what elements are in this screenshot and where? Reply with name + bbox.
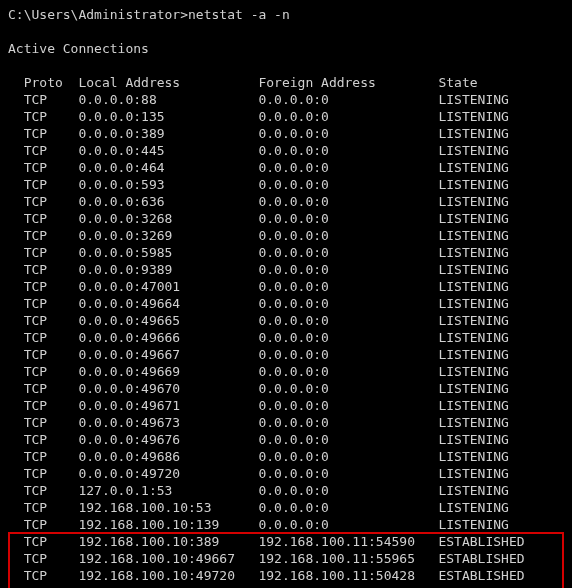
command-prompt-line: C:\Users\Administrator>netstat -a -n [8, 6, 564, 23]
table-row: TCP 0.0.0.0:9389 0.0.0.0:0 LISTENING [8, 261, 564, 278]
table-row: TCP 0.0.0.0:49666 0.0.0.0:0 LISTENING [8, 329, 564, 346]
command-text: netstat -a -n [188, 7, 290, 22]
table-row: TCP 0.0.0.0:389 0.0.0.0:0 LISTENING [8, 125, 564, 142]
table-row: TCP 0.0.0.0:49670 0.0.0.0:0 LISTENING [8, 380, 564, 397]
table-row: TCP 0.0.0.0:49669 0.0.0.0:0 LISTENING [8, 363, 564, 380]
table-row: TCP 192.168.100.10:64231 192.168.100.11:… [8, 584, 564, 588]
table-row: TCP 0.0.0.0:49720 0.0.0.0:0 LISTENING [8, 465, 564, 482]
table-row: TCP 0.0.0.0:445 0.0.0.0:0 LISTENING [8, 142, 564, 159]
table-row: TCP 0.0.0.0:49665 0.0.0.0:0 LISTENING [8, 312, 564, 329]
table-row: TCP 0.0.0.0:135 0.0.0.0:0 LISTENING [8, 108, 564, 125]
table-row: TCP 192.168.100.10:139 0.0.0.0:0 LISTENI… [8, 516, 564, 533]
table-row: TCP 0.0.0.0:49667 0.0.0.0:0 LISTENING [8, 346, 564, 363]
table-row: TCP 0.0.0.0:49686 0.0.0.0:0 LISTENING [8, 448, 564, 465]
table-body: TCP 0.0.0.0:88 0.0.0.0:0 LISTENING TCP 0… [8, 91, 564, 588]
section-title: Active Connections [8, 40, 564, 57]
blank-line [8, 57, 564, 74]
table-row: TCP 0.0.0.0:636 0.0.0.0:0 LISTENING [8, 193, 564, 210]
table-row: TCP 192.168.100.10:53 0.0.0.0:0 LISTENIN… [8, 499, 564, 516]
table-row: TCP 192.168.100.10:389 192.168.100.11:54… [8, 533, 564, 550]
table-row: TCP 0.0.0.0:47001 0.0.0.0:0 LISTENING [8, 278, 564, 295]
table-row: TCP 0.0.0.0:464 0.0.0.0:0 LISTENING [8, 159, 564, 176]
table-row: TCP 0.0.0.0:3268 0.0.0.0:0 LISTENING [8, 210, 564, 227]
table-row: TCP 0.0.0.0:49676 0.0.0.0:0 LISTENING [8, 431, 564, 448]
table-row: TCP 192.168.100.10:49720 192.168.100.11:… [8, 567, 564, 584]
table-row: TCP 0.0.0.0:88 0.0.0.0:0 LISTENING [8, 91, 564, 108]
table-row: TCP 127.0.0.1:53 0.0.0.0:0 LISTENING [8, 482, 564, 499]
table-row: TCP 0.0.0.0:49664 0.0.0.0:0 LISTENING [8, 295, 564, 312]
table-row: TCP 0.0.0.0:593 0.0.0.0:0 LISTENING [8, 176, 564, 193]
table-row: TCP 0.0.0.0:5985 0.0.0.0:0 LISTENING [8, 244, 564, 261]
table-row: TCP 0.0.0.0:49673 0.0.0.0:0 LISTENING [8, 414, 564, 431]
table-row: TCP 0.0.0.0:3269 0.0.0.0:0 LISTENING [8, 227, 564, 244]
table-header: Proto Local Address Foreign Address Stat… [8, 74, 564, 91]
table-row: TCP 0.0.0.0:49671 0.0.0.0:0 LISTENING [8, 397, 564, 414]
table-row: TCP 192.168.100.10:49667 192.168.100.11:… [8, 550, 564, 567]
blank-line [8, 23, 564, 40]
prompt-path: C:\Users\Administrator> [8, 7, 188, 22]
